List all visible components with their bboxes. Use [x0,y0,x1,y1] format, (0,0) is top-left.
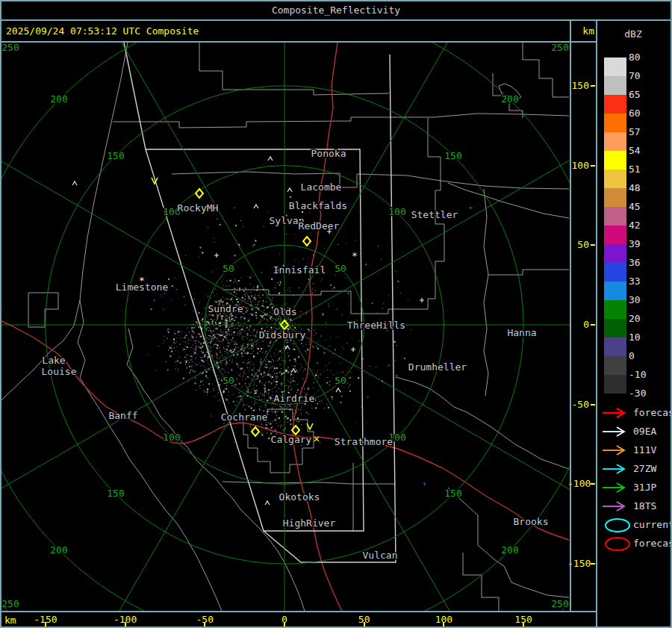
dbz-swatch [604,57,626,76]
right-axis-unit-label: km [569,25,594,37]
window-title: Composite_Reflectivity [0,4,672,16]
city-label-strathmore: Strathmore [335,436,393,447]
dbz-scale-value: 39 [629,238,669,249]
legend-label: 111V [633,444,671,456]
svg-text:150: 150 [107,150,124,161]
forecast-ellipse-icon [605,537,630,551]
peak-caret-icon [336,388,340,392]
city-label-sundre: Sundre [208,303,243,314]
peak-caret-icon [72,181,77,185]
svg-text:200: 200 [501,544,518,556]
city-label-rockymh: RockyMH [178,202,219,214]
dbz-swatch [604,114,626,132]
right-axis-tick [591,563,595,565]
right-axis-tick-label: -100 [567,478,589,489]
dbz-scale-value: 36 [629,257,669,268]
city-label-okotoks: Okotoks [279,491,320,503]
dbz-scale-value: 20 [629,313,669,324]
svg-text:100: 100 [163,432,180,443]
city-label-drumheller: Drumheller [408,361,467,373]
right-axis-tick-label: 150 [567,80,589,91]
dbz-scale-value: 60 [629,108,669,119]
city-label-olds: Olds [273,306,296,317]
city-label-banff: Banff [108,410,137,421]
dbz-scale-value: 51 [629,164,669,175]
city-label-didsbury: Didsbury [259,329,306,341]
right-axis-tick [591,404,595,405]
radar-map-display[interactable]: 5050505010010010010015015015015020020020… [1,43,570,611]
dbz-swatch [604,319,626,338]
dbz-scale-value: 70 [629,70,669,81]
dbz-scale-value: 10 [629,332,669,343]
right-axis-tick-label: 0 [567,319,589,330]
svg-text:50: 50 [223,375,234,386]
dbz-scale-value: 57 [629,126,669,137]
svg-text:250: 250 [1,43,19,53]
city-label-reddeer: RedDeer [299,220,340,231]
city-label-stettler: Stettler [411,209,458,220]
svg-text:100: 100 [388,206,405,217]
yellow-x-marker-icon [314,437,319,441]
dbz-swatch [604,282,626,300]
city-label-brooks: Brooks [514,516,549,527]
frame-left [0,0,1,628]
right-axis-tick-label: -150 [567,558,589,569]
city-label-calgary: Calgary [271,434,312,445]
dbz-scale-value: 80 [629,52,669,63]
bottom-axis-tick [45,622,46,627]
bottom-axis-tick [204,622,205,627]
111V-arrow-icon [602,445,630,456]
city-label-ponoka: Ponoka [311,148,346,159]
dbz-scale-value: -30 [629,388,669,399]
svg-text:250: 250 [551,598,568,609]
right-axis-tick [591,165,595,167]
bottom-axis-unit-label: km [4,615,16,626]
map-right-border [570,19,571,612]
radar-site-diamond-icon [252,427,259,436]
plus-marker-icon [351,347,355,352]
dbz-scale-value: 42 [629,220,669,231]
svg-text:200: 200 [50,93,67,105]
axis-panel-divider [596,19,597,628]
dbz-scale-value: -10 [629,369,669,380]
right-axis-tick [591,85,595,87]
right-axis-tick [591,483,595,485]
dbz-swatch [604,263,626,282]
svg-text:250: 250 [551,43,568,53]
dbz-scale-value: 48 [629,182,669,193]
legend-label: 27ZW [633,463,671,474]
dbz-swatch [604,188,626,207]
svg-text:50: 50 [223,263,234,274]
city-label-lake: Lake [42,355,65,366]
dbz-swatch [604,244,626,263]
18TS-arrow-icon [602,501,630,512]
bottom-axis-tick [364,622,365,627]
star-marker-icon: * [139,275,145,286]
timestamp: 2025/09/24 07:53:12 UTC Composite [6,25,199,37]
peak-caret-icon [285,346,290,349]
dbz-swatch [604,151,626,170]
svg-text:200: 200 [501,93,518,105]
27ZW-arrow-icon [602,464,630,474]
map-bottom-border [0,611,597,612]
radar-site-diamond-icon [303,237,311,246]
bottom-axis-tick [443,622,444,627]
city-label-hanna: Hanna [507,327,536,338]
dbz-scale-value: 0 [629,350,669,361]
dbz-swatch [604,132,626,151]
city-label-threehills: ThreeHills [347,320,405,331]
peak-caret-icon [254,205,258,208]
dbz-swatch [604,300,626,319]
dbz-swatch [604,95,626,114]
frame-top [0,0,672,1]
svg-text:200: 200 [50,544,67,556]
dbz-swatch [604,170,626,188]
peak-caret-icon [291,369,296,373]
09EA-arrow-icon [602,426,630,437]
svg-text:50: 50 [335,375,346,386]
right-axis-tick [591,324,595,326]
peak-caret-icon [287,188,292,192]
dbz-scale-value: 45 [629,201,669,212]
dbz-swatch [604,76,626,95]
dbz-scale-value: 54 [629,145,669,156]
